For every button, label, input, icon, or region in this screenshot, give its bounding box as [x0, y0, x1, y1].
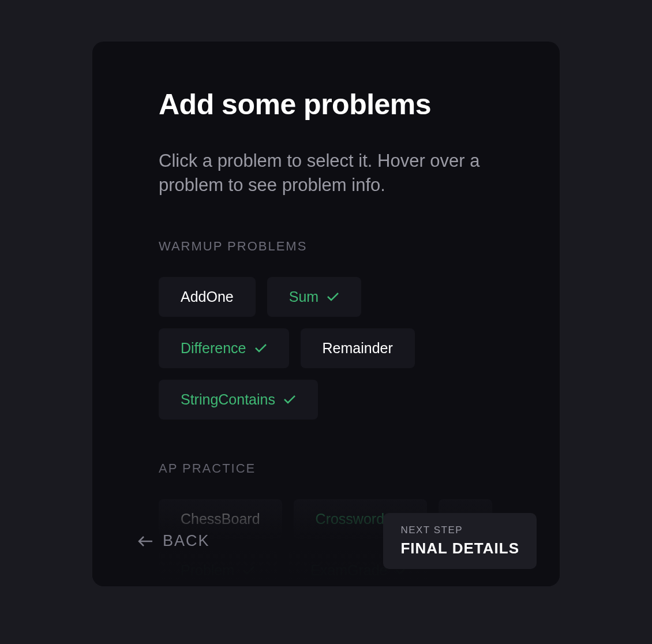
chip-remainder[interactable]: Remainder	[301, 328, 415, 368]
page-title: Add some problems	[159, 88, 493, 121]
page-subtitle: Click a problem to select it. Hover over…	[159, 149, 493, 197]
check-icon	[327, 292, 339, 301]
chip-addone[interactable]: AddOne	[159, 277, 256, 317]
chip-label: Remainder	[323, 340, 393, 357]
chip-stringcontains[interactable]: StringContains	[159, 380, 318, 420]
next-step-button[interactable]: NEXT STEP FINAL DETAILS	[383, 513, 537, 569]
chip-row-warmup: AddOne Sum Difference Remainder StringCo…	[159, 277, 493, 420]
check-icon	[283, 395, 296, 404]
check-icon	[254, 343, 267, 353]
chip-label: StringContains	[181, 391, 275, 408]
chip-label: Sum	[289, 289, 318, 305]
chip-label: Difference	[181, 340, 246, 357]
problems-card: Add some problems Click a problem to sel…	[92, 42, 560, 586]
chip-label: AddOne	[181, 289, 234, 305]
back-label: BACK	[163, 532, 210, 550]
section-warmup: WARMUP PROBLEMS AddOne Sum Difference Re…	[159, 239, 493, 420]
next-step-label: NEXT STEP	[400, 525, 519, 536]
footer: BACK NEXT STEP FINAL DETAILS	[92, 513, 560, 569]
section-label-ap: AP PRACTICE	[159, 461, 493, 476]
section-label-warmup: WARMUP PROBLEMS	[159, 239, 493, 254]
chip-difference[interactable]: Difference	[159, 328, 289, 368]
chip-sum[interactable]: Sum	[267, 277, 361, 317]
next-step-title: FINAL DETAILS	[400, 540, 519, 557]
arrow-left-icon	[137, 535, 153, 548]
back-button[interactable]: BACK	[137, 532, 210, 550]
